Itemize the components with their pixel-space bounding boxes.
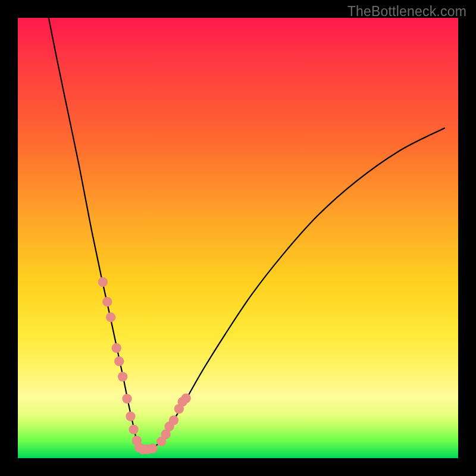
marker-dot <box>106 312 115 322</box>
marker-dot <box>102 297 112 306</box>
marker-dot <box>126 412 135 421</box>
outer-frame: TheBottleneck.com <box>0 0 476 476</box>
marker-dot <box>118 372 127 381</box>
marker-dot <box>129 425 138 434</box>
plot-svg <box>18 18 458 458</box>
marker-dot <box>114 356 124 366</box>
marker-dot <box>181 393 190 403</box>
marker-dot <box>169 415 178 425</box>
marker-dot <box>122 394 131 403</box>
watermark-text: TheBottleneck.com <box>347 4 466 20</box>
marker-dot <box>112 343 121 353</box>
plot-area <box>18 18 458 458</box>
marker-dot <box>98 277 108 287</box>
marker-dots <box>98 277 191 455</box>
marker-dot <box>148 444 157 453</box>
bottleneck-curve <box>49 18 445 450</box>
